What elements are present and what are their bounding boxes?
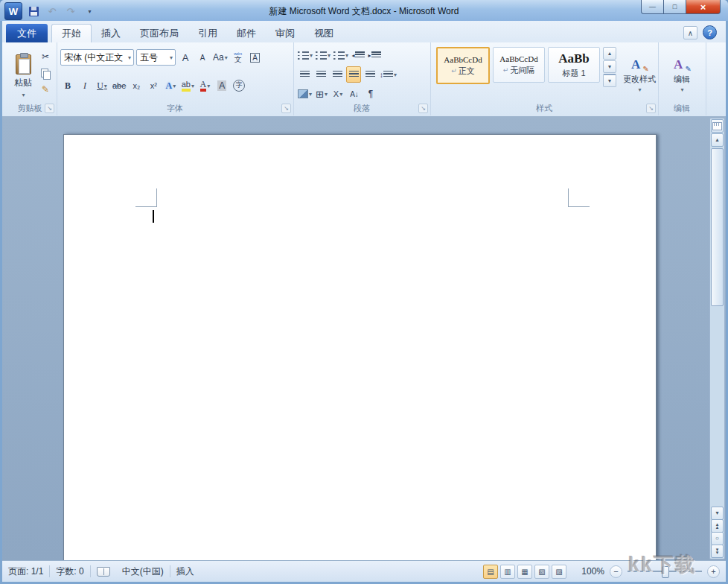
undo-button[interactable]: ↶ (45, 4, 60, 19)
document-area: ▴ ▾ ▴▴ ○ ▾▾ (2, 116, 726, 561)
zoom-out-button[interactable]: − (610, 565, 622, 578)
shading-button[interactable]: ▾ (297, 86, 313, 102)
language-indicator[interactable]: 中文(中国) (116, 561, 170, 582)
character-shading-button[interactable]: A (214, 77, 229, 94)
show-marks-button[interactable]: ¶ (363, 86, 378, 102)
styles-scroll-up-button[interactable]: ▴ (603, 47, 616, 60)
line-spacing-button[interactable]: ↕▾ (379, 66, 397, 83)
increase-indent-button[interactable]: ▸ (367, 47, 382, 63)
tab-home[interactable]: 开始 (51, 24, 92, 42)
distribute-icon (365, 71, 375, 78)
ruler-toggle-button[interactable] (711, 119, 724, 133)
font-dialog-launcher[interactable]: ↘ (281, 104, 291, 113)
format-painter-button[interactable]: ✎ (38, 81, 53, 98)
asian-layout-button[interactable]: X▾ (331, 86, 345, 102)
bold-button[interactable]: B (60, 77, 75, 94)
editing-button[interactable]: A ✎ 编辑 ▾ (662, 47, 701, 104)
decrease-indent-button[interactable]: ◂ (351, 47, 365, 63)
title-bar[interactable]: W ↶ ↷ ▾ 新建 Microsoft Word 文档.docx - Micr… (0, 0, 728, 21)
character-border-button[interactable]: A (248, 49, 263, 66)
phonetic-guide-button[interactable]: wén 文 (231, 49, 246, 66)
shrink-font-button[interactable]: A (195, 49, 210, 66)
grow-font-button[interactable]: A (178, 49, 193, 66)
align-center-button[interactable] (313, 66, 328, 83)
underline-button[interactable]: U▾ (95, 77, 109, 94)
paste-button[interactable]: 粘贴 ▾ (7, 46, 39, 106)
scrollbar-thumb[interactable] (711, 148, 724, 306)
font-name-combo[interactable]: 宋体 (中文正文 ▾ (60, 49, 134, 66)
close-button[interactable]: × (686, 0, 721, 14)
sort-button[interactable]: A↓ (347, 86, 362, 102)
bullets-button[interactable]: ▾ (297, 47, 313, 63)
ribbon-tab-row: 文件 开始 插入 页面布局 引用 邮件 审阅 视图 ∧ ? (2, 21, 726, 42)
view-fullscreen-reading-button[interactable]: ▥ (500, 565, 515, 579)
multilevel-list-button[interactable]: ▾ (333, 47, 349, 63)
vertical-scrollbar[interactable]: ▴ ▾ ▴▴ ○ ▾▾ (709, 118, 725, 559)
strikethrough-button[interactable]: abe (112, 77, 127, 94)
highlight-color-button[interactable]: ab▾ (180, 77, 195, 94)
tab-review[interactable]: 审阅 (266, 24, 304, 42)
view-print-layout-button[interactable]: ▤ (483, 565, 498, 579)
subscript-button[interactable]: x₂ (129, 77, 144, 94)
zoom-level[interactable]: 100% (576, 566, 604, 577)
view-web-layout-button[interactable]: ▦ (517, 565, 532, 579)
copy-button[interactable] (38, 65, 53, 81)
tab-page-layout[interactable]: 页面布局 (130, 24, 188, 42)
styles-scroll-down-button[interactable]: ▾ (603, 60, 616, 73)
redo-icon: ↷ (67, 6, 75, 17)
borders-button[interactable]: ⊞▾ (314, 86, 329, 102)
word-count-indicator[interactable]: 字数: 0 (50, 561, 89, 582)
style-normal[interactable]: AaBbCcDd ↵正文 (436, 47, 490, 84)
minimize-ribbon-button[interactable]: ∧ (683, 26, 697, 39)
font-color-button[interactable]: A▾ (197, 77, 212, 94)
styles-dialog-launcher[interactable]: ↘ (646, 104, 656, 113)
view-draft-button[interactable]: ▨ (552, 565, 566, 579)
tab-references[interactable]: 引用 (188, 24, 227, 42)
italic-button[interactable]: I (77, 77, 92, 94)
style-no-spacing[interactable]: AaBbCcDd ↵无间隔 (493, 47, 545, 83)
help-button[interactable]: ? (703, 25, 717, 39)
clipboard-dialog-launcher[interactable]: ↘ (45, 104, 54, 113)
scroll-up-button[interactable]: ▴ (711, 133, 724, 147)
page-indicator[interactable]: 页面: 1/1 (2, 561, 49, 582)
cut-button[interactable]: ✂ (38, 48, 53, 65)
zoom-slider[interactable] (628, 565, 702, 577)
word-app-icon[interactable]: W (4, 2, 22, 20)
document-page[interactable] (63, 134, 657, 561)
scroll-down-button[interactable]: ▾ (711, 507, 724, 520)
align-right-button[interactable] (330, 66, 345, 83)
change-case-button[interactable]: Aa▾ (212, 49, 229, 66)
up-arrow-icon: ▴ (715, 137, 718, 143)
next-page-button[interactable]: ▾▾ (711, 545, 724, 558)
justify-button[interactable] (346, 66, 361, 83)
maximize-button[interactable]: □ (663, 0, 686, 14)
previous-page-button[interactable]: ▴▴ (711, 519, 724, 533)
tab-view[interactable]: 视图 (304, 24, 343, 42)
insert-mode-indicator[interactable]: 插入 (170, 561, 200, 582)
tab-file[interactable]: 文件 (6, 24, 48, 42)
proofing-status[interactable] (91, 561, 116, 582)
zoom-in-button[interactable]: + (707, 565, 720, 578)
plus-icon: + (711, 568, 715, 576)
distribute-button[interactable] (363, 66, 377, 83)
styles-more-button[interactable]: ▾ (603, 74, 616, 87)
numbering-button[interactable]: ▾ (315, 47, 331, 63)
enclose-characters-button[interactable]: 字 (232, 77, 246, 94)
font-size-combo[interactable]: 五号 ▾ (136, 49, 176, 66)
zoom-slider-thumb[interactable] (662, 566, 669, 578)
minimize-button[interactable]: — (641, 0, 664, 14)
redo-button[interactable]: ↷ (63, 4, 78, 19)
save-button[interactable] (26, 4, 41, 19)
view-outline-button[interactable]: ▧ (534, 565, 549, 579)
qat-customize-button[interactable]: ▾ (82, 4, 97, 19)
paragraph-dialog-launcher[interactable]: ↘ (418, 104, 428, 113)
text-effects-button[interactable]: A▾ (163, 77, 178, 94)
align-left-button[interactable] (297, 66, 312, 83)
style-heading-1[interactable]: AaBb 标题 1 (548, 47, 600, 83)
select-browse-object-button[interactable]: ○ (711, 532, 724, 545)
change-styles-button[interactable]: A ✎ 更改样式 ▾ (619, 47, 660, 104)
tab-mailings[interactable]: 邮件 (227, 24, 266, 42)
tab-insert[interactable]: 插入 (92, 24, 130, 42)
superscript-button[interactable]: x² (146, 77, 161, 94)
chevron-down-icon: ▾ (22, 92, 25, 98)
